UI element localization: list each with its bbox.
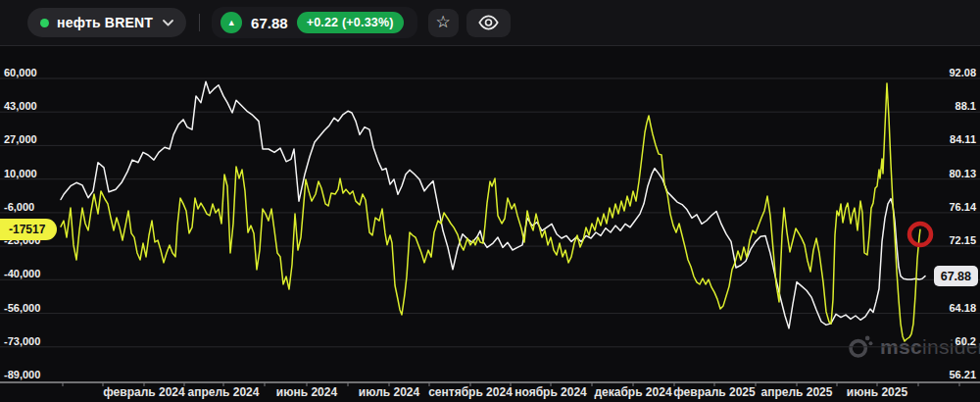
x-axis-label: сентябрь 2024: [428, 385, 513, 399]
eye-icon: [478, 15, 499, 30]
instrument-name: нефть BRENT: [57, 15, 153, 30]
y-axis-label-right: 80.13: [949, 167, 976, 180]
star-icon: ☆: [436, 14, 451, 30]
chart-canvas[interactable]: [0, 47, 980, 402]
price-change-badge: +0.22 (+0.33%): [297, 12, 404, 33]
y-axis-label-right: 72.15: [949, 233, 976, 247]
current-value-badge-left: -17517: [0, 219, 57, 240]
x-axis-label: июнь 2025: [847, 385, 907, 399]
y-axis-label-left: 27,000: [4, 132, 37, 146]
trend-up-icon: ▲: [220, 12, 242, 33]
chevron-down-icon: [163, 20, 173, 26]
quote-group: ▲ 67.88 +0.22 (+0.33%): [212, 7, 417, 38]
x-axis-labels: февраль 2024апрель 2024июнь 2024июль 202…: [0, 385, 980, 402]
x-axis-label: июнь 2024: [276, 385, 337, 399]
y-axis-label-left: 60,000: [4, 66, 37, 79]
y-axis-label-left: -6,000: [4, 200, 34, 214]
y-axis-label-left: -56,000: [4, 301, 40, 315]
instrument-status-dot: [40, 19, 49, 27]
x-axis-label: февраль 2024: [103, 385, 184, 399]
x-axis-label: февраль 2025: [673, 385, 755, 399]
y-axis-label-right: 88.1: [956, 99, 976, 113]
y-axis-label-right: 92.08: [949, 66, 976, 79]
x-axis-label: апрель 2025: [761, 385, 833, 399]
y-axis-label-left: -89,000: [4, 368, 40, 381]
x-axis-label: апрель 2024: [188, 385, 260, 399]
instrument-selector[interactable]: нефть BRENT: [27, 8, 186, 37]
toolbar-divider: [199, 14, 200, 31]
series-brent-price-line: [61, 81, 925, 328]
x-axis-label: июль 2024: [359, 385, 419, 399]
y-axis-label-right: 84.11: [950, 132, 976, 146]
y-axis-label-left: 43,000: [4, 99, 37, 113]
y-axis-label-left: -40,000: [4, 267, 40, 280]
y-axis-label-right: 56.21: [949, 368, 976, 381]
price-chart[interactable]: mscinsider 60,00092.0843,00088.127,00084…: [0, 47, 980, 402]
trading-app: нефть BRENT ▲ 67.88 +0.22 (+0.33%) ☆: [0, 0, 980, 402]
current-price-badge: 67.88: [934, 266, 978, 286]
last-price: 67.88: [251, 15, 288, 31]
x-axis-label: декабрь 2024: [594, 385, 671, 399]
favorite-button[interactable]: ☆: [428, 9, 459, 37]
y-axis-label-right: 64.18: [949, 301, 976, 315]
visibility-button[interactable]: [466, 9, 511, 37]
y-axis-label-left: 10,000: [4, 167, 37, 180]
y-axis-label-left: -73,000: [4, 334, 40, 348]
y-axis-label-right: 76.14: [949, 200, 976, 214]
y-axis-label-right: 60.2: [956, 334, 976, 348]
toolbar: нефть BRENT ▲ 67.88 +0.22 (+0.33%) ☆: [0, 0, 980, 46]
x-axis-label: ноябрь 2024: [514, 385, 587, 399]
